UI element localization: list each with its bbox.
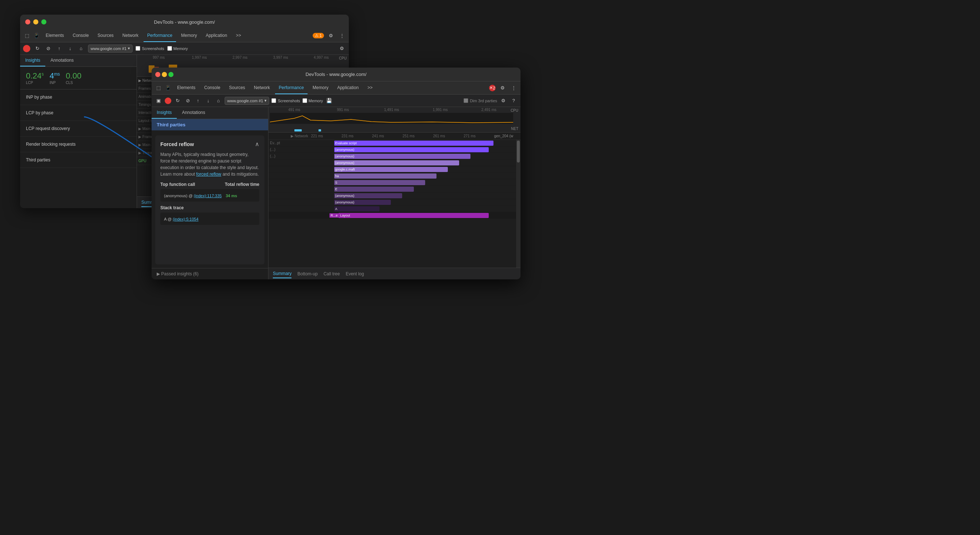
insight-third-parties[interactable]: Third parties — [20, 152, 137, 168]
e-bar[interactable]: E — [334, 187, 414, 192]
front-memory-checkbox[interactable]: Memory — [302, 98, 323, 103]
insight-inp-phase[interactable]: INP by phase — [20, 89, 137, 105]
front-storage-icon[interactable]: 💾 — [325, 97, 333, 105]
front-tab-application[interactable]: Application — [334, 81, 362, 94]
settings-perf-icon[interactable]: ⚙ — [338, 44, 346, 52]
insight-lcp-phase[interactable]: LCP by phase — [20, 105, 137, 121]
download-icon[interactable]: ↓ — [66, 44, 74, 52]
forced-reflow-link[interactable]: forced reflow — [196, 171, 221, 177]
front-tab-console[interactable]: Console — [200, 81, 224, 94]
ha-bar[interactable]: ha — [334, 173, 436, 179]
front-inspect-icon[interactable]: ⬚ — [154, 84, 162, 92]
timeline-scrollbar[interactable] — [516, 140, 520, 268]
back-titlebar: DevTools - www.google.com/ — [20, 14, 349, 29]
bottom-tab-summary[interactable]: Summary — [273, 270, 291, 278]
front-close-button[interactable] — [155, 72, 160, 77]
anon2-bar[interactable]: (anonymous) — [334, 154, 471, 159]
inspect-icon[interactable]: ⬚ — [23, 32, 31, 40]
front-device-icon[interactable]: 📱 — [164, 84, 172, 92]
more-tabs[interactable]: >> — [232, 29, 245, 42]
front-tab-annotations[interactable]: Annotations — [177, 107, 210, 119]
front-clear-icon[interactable]: ⊘ — [184, 97, 192, 105]
front-tab-insights[interactable]: Insights — [151, 107, 177, 119]
front-screenshots-checkbox[interactable]: Screenshots — [271, 98, 300, 103]
front-settings-icon[interactable]: ⚙ — [499, 84, 507, 92]
flame-row-anon3: (anonymous) — [269, 160, 516, 166]
anon5-bar[interactable]: (anonymous) — [334, 200, 391, 205]
collapse-button[interactable]: ∧ — [255, 141, 259, 148]
front-more-tabs[interactable]: >> — [364, 81, 376, 94]
stack-link[interactable]: (index):5:1054 — [173, 217, 198, 221]
front-tab-elements[interactable]: Elements — [173, 81, 199, 94]
settings-icon[interactable]: ⚙ — [327, 32, 335, 40]
flame-row-anon1: (...) (anonymous) — [269, 146, 516, 153]
front-upload-icon[interactable]: ↑ — [194, 97, 202, 105]
tab-elements[interactable]: Elements — [42, 29, 68, 42]
front-maximize-button[interactable] — [169, 72, 173, 77]
bottom-tab-eventlog[interactable]: Event log — [345, 270, 364, 278]
front-minimize-button[interactable] — [162, 72, 167, 77]
tab-network[interactable]: Network — [119, 29, 142, 42]
layout-bar-group[interactable]: R...e Layout — [329, 213, 489, 218]
front-refresh-icon[interactable]: ↻ — [173, 97, 181, 105]
flame-tracks[interactable]: Ev...pt Evaluate script (...) (anonymous… — [269, 140, 516, 268]
anon4-bar[interactable]: (anonymous) — [334, 193, 402, 198]
tab-memory[interactable]: Memory — [178, 29, 200, 42]
ruler-271: 271 ms — [463, 134, 494, 138]
home-icon[interactable]: ⌂ — [77, 44, 85, 52]
layout-bar[interactable]: Layout — [339, 213, 489, 218]
a-bar[interactable]: A — [334, 206, 380, 211]
flame-row-anon5: (anonymous) — [269, 199, 516, 206]
cls-value: 0.00 — [66, 71, 81, 81]
clear-icon[interactable]: ⊘ — [44, 44, 52, 52]
front-download-icon[interactable]: ↓ — [204, 97, 212, 105]
function-link[interactable]: (index):117:335 — [194, 194, 221, 198]
refresh-icon[interactable]: ↻ — [33, 44, 41, 52]
flame-row-ha: ha — [269, 173, 516, 179]
front-tab-sources[interactable]: Sources — [225, 81, 249, 94]
ruler-221: 221 ms — [311, 134, 342, 138]
memory-checkbox[interactable]: Memory — [167, 46, 188, 51]
maximize-button[interactable] — [41, 19, 46, 24]
front-tab-memory[interactable]: Memory — [309, 81, 332, 94]
passed-insights[interactable]: ▶ Passed insights (6) — [151, 268, 268, 279]
tab-annotations[interactable]: Annotations — [45, 55, 78, 67]
front-home-icon[interactable]: ⌂ — [215, 97, 223, 105]
front-chevron-down-icon: ▾ — [264, 98, 267, 103]
anon1-bar[interactable]: (anonymous) — [334, 147, 489, 152]
front-panel-icon[interactable]: ▣ — [154, 97, 162, 105]
front-url-selector[interactable]: www.google.com #1 ▾ — [224, 97, 269, 105]
screenshots-checkbox[interactable]: Screenshots — [135, 46, 164, 51]
close-button[interactable] — [25, 19, 30, 24]
maft-bar[interactable]: google.c.maft — [334, 167, 448, 172]
s-bar[interactable]: S — [334, 180, 425, 185]
lcp-metric: 0.24s LCP — [26, 71, 44, 85]
front-settings-perf-icon[interactable]: ⚙ — [499, 97, 508, 105]
insight-render-blocking[interactable]: Render blocking requests — [20, 137, 137, 152]
bottom-tab-bottomup[interactable]: Bottom-up — [298, 270, 317, 278]
tab-performance[interactable]: Performance — [143, 29, 176, 42]
anon3-bar[interactable]: (anonymous) — [334, 160, 460, 165]
tab-console[interactable]: Console — [69, 29, 92, 42]
warning-badge: ⚠ 1 — [313, 33, 324, 38]
upload-icon[interactable]: ↑ — [55, 44, 63, 52]
evaluate-script-bar[interactable]: Evaluate script — [334, 141, 493, 146]
more-options-icon[interactable]: ⋮ — [338, 32, 346, 40]
url-selector[interactable]: www.google.com #1 ▾ — [88, 44, 133, 52]
tab-sources[interactable]: Sources — [94, 29, 117, 42]
bottom-tab-calltree[interactable]: Call tree — [324, 270, 340, 278]
insight-lcp-request[interactable]: LCP request discovery — [20, 121, 137, 137]
front-record-icon[interactable] — [165, 97, 171, 104]
minimize-button[interactable] — [33, 19, 38, 24]
front-tab-performance[interactable]: Performance — [275, 81, 307, 94]
tab-insights[interactable]: Insights — [20, 55, 45, 67]
scrollbar-thumb[interactable] — [517, 141, 520, 162]
front-tab-network[interactable]: Network — [250, 81, 274, 94]
device-icon[interactable]: 📱 — [32, 32, 41, 40]
dim-checkbox[interactable] — [463, 98, 468, 103]
record-icon[interactable] — [23, 45, 30, 52]
url-text: www.google.com #1 — [91, 46, 126, 51]
front-more-options-icon[interactable]: ⋮ — [509, 84, 517, 92]
front-help-icon[interactable]: ? — [509, 97, 517, 105]
tab-application[interactable]: Application — [202, 29, 231, 42]
